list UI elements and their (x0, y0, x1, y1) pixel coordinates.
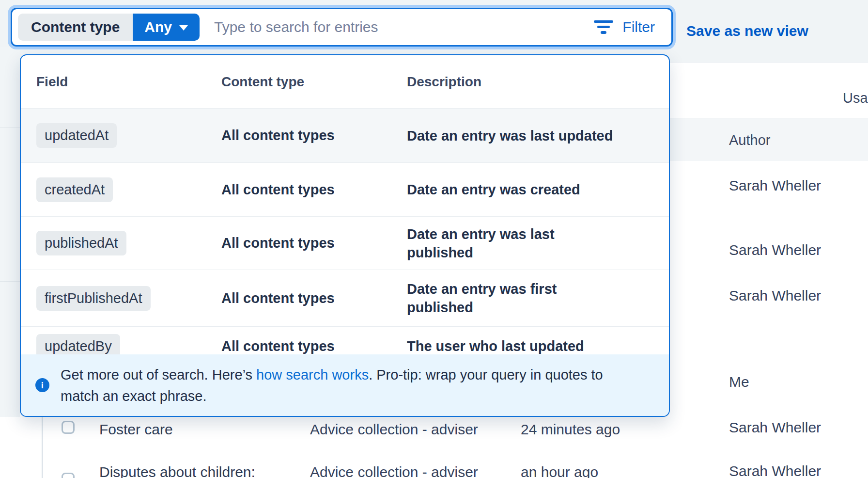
suggestions-header-row: Field Content type Description (21, 55, 669, 108)
updated-cell: an hour ago (521, 464, 598, 478)
column-header-field: Field (36, 74, 221, 90)
filter-button-label: Filter (622, 19, 655, 35)
author-cell: Sarah Wheller (729, 287, 821, 304)
info-icon: i (35, 378, 49, 392)
author-cell: Sarah Wheller (729, 177, 821, 194)
suggestion-description: Date an entry was last updated (407, 127, 620, 145)
suggestion-content-type: All content types (221, 182, 407, 198)
author-cell: Sarah Wheller (729, 463, 821, 478)
tip-text-before-link: Get more out of search. Here’s (61, 367, 256, 382)
column-header-content-type: Content type (221, 74, 407, 90)
suggestion-row-createdAt[interactable]: createdAt All content types Date an entr… (21, 162, 669, 216)
column-header-description: Description (407, 74, 620, 90)
row-checkbox[interactable] (62, 421, 75, 434)
suggestion-content-type: All content types (221, 235, 407, 251)
suggestion-description: Date an entry was last published (407, 225, 620, 262)
content-type-cell: Advice collection - adviser (310, 464, 478, 478)
suggestion-row-publishedAt[interactable]: publishedAt All content types Date an en… (21, 216, 669, 270)
author-cell: Sarah Wheller (729, 419, 821, 436)
suggestion-row-firstPublishedAt[interactable]: firstPublishedAt All content types Date … (21, 270, 669, 326)
author-cell: Sarah Wheller (729, 242, 821, 258)
search-field-suggestions-panel: Field Content type Description updatedAt… (20, 54, 670, 417)
how-search-works-link[interactable]: how search works (256, 367, 369, 382)
search-input[interactable] (213, 18, 594, 36)
suggestion-row-updatedAt[interactable]: updatedAt All content types Date an entr… (21, 108, 669, 162)
content-type-filter-pill: Content type Any (18, 14, 200, 41)
content-type-cell: Advice collection - adviser (310, 421, 478, 438)
field-badge: updatedAt (36, 123, 117, 148)
column-header-usage[interactable]: Usage (843, 90, 868, 106)
content-type-dropdown-button[interactable]: Any (133, 14, 200, 41)
save-as-new-view-link[interactable]: Save as new view (686, 23, 808, 39)
filter-button[interactable]: Filter (594, 19, 655, 35)
suggestion-content-type: All content types (221, 290, 407, 306)
search-bar: Content type Any Filter (11, 8, 673, 47)
row-divider (0, 127, 20, 128)
left-edge-strip (0, 47, 20, 417)
entry-name-cell: Foster care (99, 421, 173, 438)
suggestion-description: Date an entry was created (407, 180, 620, 199)
search-tip-text: Get more out of search. Here’s how searc… (61, 364, 637, 407)
row-divider (0, 281, 20, 282)
field-badge: firstPublishedAt (36, 286, 151, 311)
search-tip-banner: i Get more out of search. Here’s how sea… (21, 354, 669, 416)
field-badge: createdAt (36, 177, 113, 202)
suggestion-content-type: All content types (221, 127, 407, 143)
updated-cell: 24 minutes ago (521, 421, 620, 438)
content-type-selected-value: Any (144, 19, 172, 35)
suggestion-description: Date an entry was first published (407, 280, 620, 317)
table-row[interactable]: Disputes about children: Advice collecti… (0, 449, 868, 478)
filter-icon (594, 20, 613, 34)
entry-name-cell: Disputes about children: (99, 464, 255, 478)
author-cell: Me (729, 374, 749, 390)
row-divider (0, 199, 20, 199)
field-badge: publishedAt (36, 231, 126, 255)
content-type-filter-label: Content type (18, 14, 133, 41)
column-header-author[interactable]: Author (729, 132, 770, 148)
chevron-down-icon (179, 25, 188, 31)
row-checkbox[interactable] (62, 473, 75, 478)
